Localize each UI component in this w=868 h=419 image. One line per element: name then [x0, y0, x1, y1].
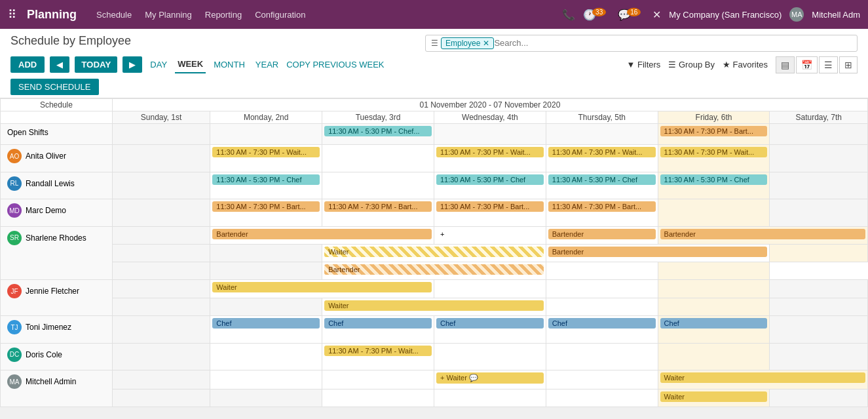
- schedule-cell[interactable]: [112, 298, 210, 315]
- schedule-cell[interactable]: [770, 199, 868, 227]
- schedule-cell[interactable]: Chef: [434, 316, 546, 344]
- schedule-cell[interactable]: [112, 244, 210, 262]
- copy-prev-week-button[interactable]: COPY PREVIOUS WEEK: [286, 60, 384, 70]
- favorites-button[interactable]: ★ Favorites: [723, 60, 768, 70]
- schedule-cell[interactable]: [770, 172, 868, 199]
- schedule-cell[interactable]: [658, 298, 770, 315]
- shift-label[interactable]: 11:30 AM - 7:30 PM - Bart...: [548, 201, 656, 212]
- schedule-cell[interactable]: 11:30 AM - 7:30 PM - Bart...: [546, 199, 658, 227]
- schedule-cell[interactable]: Waiter: [322, 298, 546, 315]
- view-pivot[interactable]: ⊞: [839, 56, 858, 73]
- shift-label[interactable]: Bartender: [212, 229, 432, 239]
- schedule-cell[interactable]: 11:30 AM - 7:30 PM - Wait...: [322, 343, 434, 370]
- schedule-cell[interactable]: 11:30 AM - 5:30 PM - Chef: [434, 172, 546, 199]
- schedule-cell[interactable]: [210, 124, 322, 145]
- shift-label[interactable]: 11:30 AM - 5:30 PM - Chef: [212, 174, 320, 185]
- schedule-cell[interactable]: Bartender: [322, 262, 546, 280]
- shift-label[interactable]: Chef: [436, 318, 544, 329]
- shift-label[interactable]: Waiter: [660, 391, 768, 402]
- prev-button[interactable]: ◀: [50, 56, 69, 73]
- view-list[interactable]: ☰: [819, 56, 838, 73]
- schedule-cell[interactable]: +: [434, 226, 546, 244]
- schedule-cell[interactable]: [770, 389, 868, 407]
- period-month[interactable]: MONTH: [211, 56, 248, 73]
- schedule-cell[interactable]: 11:30 AM - 7:30 PM - Bart...: [434, 199, 546, 227]
- shift-label[interactable]: Waiter: [324, 247, 544, 257]
- filters-button[interactable]: ▼ Filters: [626, 60, 660, 70]
- schedule-cell[interactable]: 11:30 AM - 5:30 PM - Chef...: [322, 124, 434, 145]
- schedule-cell[interactable]: Waiter: [658, 370, 867, 389]
- period-year[interactable]: YEAR: [253, 56, 281, 73]
- schedule-cell[interactable]: [546, 370, 658, 389]
- schedule-cell[interactable]: [322, 172, 434, 199]
- shift-label[interactable]: 11:30 AM - 7:30 PM - Wait...: [212, 147, 320, 157]
- shift-label[interactable]: Chef: [212, 318, 320, 329]
- nav-schedule[interactable]: Schedule: [95, 7, 133, 22]
- schedule-cell[interactable]: [210, 244, 322, 262]
- shift-label[interactable]: 11:30 AM - 7:30 PM - Bart...: [324, 201, 432, 212]
- shift-label[interactable]: Waiter: [212, 282, 432, 292]
- schedule-cell[interactable]: 11:30 AM - 7:30 PM - Wait...: [210, 145, 322, 172]
- schedule-cell[interactable]: [546, 343, 658, 370]
- schedule-cell[interactable]: Chef: [322, 316, 434, 344]
- group-by-button[interactable]: ☰ Group By: [668, 60, 715, 70]
- schedule-cell[interactable]: [546, 262, 658, 280]
- schedule-cell[interactable]: [112, 280, 210, 298]
- shift-label[interactable]: 11:30 AM - 7:30 PM - Wait...: [436, 147, 544, 157]
- schedule-cell[interactable]: [112, 226, 210, 244]
- schedule-cell[interactable]: Waiter: [322, 244, 546, 262]
- schedule-cell[interactable]: Chef: [658, 316, 770, 344]
- schedule-cell[interactable]: Bartender: [546, 226, 658, 244]
- schedule-cell[interactable]: 11:30 AM - 7:30 PM - Bart...: [210, 199, 322, 227]
- schedule-cell[interactable]: [770, 145, 868, 172]
- today-button[interactable]: TODAY: [75, 56, 117, 73]
- schedule-cell[interactable]: [770, 124, 868, 145]
- shift-label[interactable]: 11:30 AM - 7:30 PM - Wait...: [324, 346, 432, 356]
- schedule-cell[interactable]: [658, 262, 770, 280]
- nav-configuration[interactable]: Configuration: [254, 7, 307, 22]
- shift-label[interactable]: Bartender: [548, 247, 768, 257]
- schedule-cell[interactable]: 11:30 AM - 7:30 PM - Bart...: [658, 124, 770, 145]
- shift-label[interactable]: 11:30 AM - 7:30 PM - Bart...: [660, 126, 768, 136]
- schedule-cell[interactable]: 11:30 AM - 7:30 PM - Wait...: [658, 145, 770, 172]
- schedule-cell[interactable]: 11:30 AM - 5:30 PM - Chef: [546, 172, 658, 199]
- period-day[interactable]: DAY: [147, 56, 170, 73]
- schedule-cell[interactable]: Bartender: [210, 226, 434, 244]
- schedule-cell[interactable]: 11:30 AM - 5:30 PM - Chef: [658, 172, 770, 199]
- chat-icon[interactable]: 💬16: [618, 9, 645, 21]
- shift-label[interactable]: Waiter: [660, 372, 865, 383]
- nav-reporting[interactable]: Reporting: [204, 7, 243, 22]
- schedule-cell[interactable]: 11:30 AM - 7:30 PM - Bart...: [322, 199, 434, 227]
- schedule-cell[interactable]: [770, 280, 868, 298]
- grid-icon[interactable]: ⠿: [8, 7, 16, 22]
- activity-icon[interactable]: 🕐33: [583, 9, 610, 21]
- shift-label[interactable]: 11:30 AM - 7:30 PM - Wait...: [548, 147, 656, 157]
- schedule-cell[interactable]: [210, 343, 322, 370]
- next-button[interactable]: ▶: [123, 56, 142, 73]
- schedule-cell[interactable]: [210, 370, 322, 389]
- schedule-cell[interactable]: [322, 389, 434, 407]
- shift-label[interactable]: 11:30 AM - 7:30 PM - Bart...: [436, 201, 544, 212]
- schedule-cell[interactable]: [434, 124, 546, 145]
- user-avatar[interactable]: MA: [789, 7, 804, 22]
- schedule-cell[interactable]: [112, 172, 210, 199]
- schedule-cell[interactable]: [112, 262, 210, 280]
- shift-label[interactable]: Chef: [548, 318, 656, 329]
- schedule-cell[interactable]: [112, 370, 210, 389]
- send-schedule-button[interactable]: SEND SCHEDULE: [10, 79, 99, 95]
- schedule-cell[interactable]: [434, 280, 546, 298]
- schedule-cell[interactable]: [112, 316, 210, 344]
- schedule-cell[interactable]: [546, 124, 658, 145]
- schedule-cell[interactable]: [770, 316, 868, 344]
- shift-label[interactable]: 11:30 AM - 5:30 PM - Chef: [660, 174, 768, 185]
- schedule-cell[interactable]: Waiter: [658, 389, 770, 407]
- schedule-cell[interactable]: [210, 298, 322, 315]
- schedule-cell[interactable]: [322, 145, 434, 172]
- schedule-cell[interactable]: [112, 124, 210, 145]
- close-icon[interactable]: ✕: [652, 9, 661, 21]
- phone-icon[interactable]: 📞: [562, 9, 575, 21]
- view-calendar[interactable]: 📅: [796, 56, 818, 73]
- shift-label[interactable]: Bartender: [548, 229, 656, 239]
- shift-label[interactable]: Waiter: [324, 300, 544, 311]
- schedule-cell[interactable]: [770, 244, 868, 262]
